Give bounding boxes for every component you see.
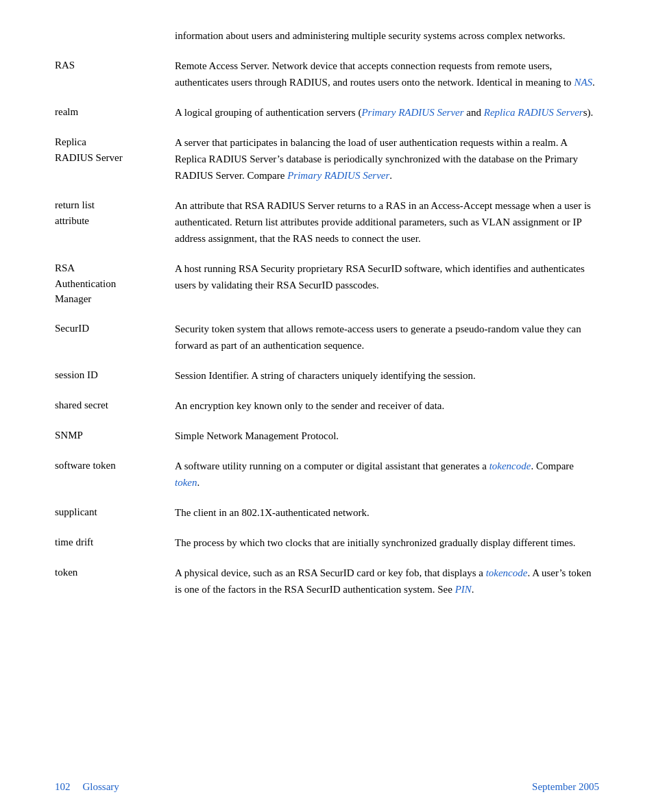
def-rsa-auth-text: A host running RSA Security proprietary … (175, 260, 599, 293)
footer-page-number: 102 (55, 781, 71, 793)
def-session-id-text: Session Identifier. A string of characte… (175, 367, 599, 384)
entry-software-token: software token A software utility runnin… (55, 451, 599, 497)
link-replica-radius-server[interactable]: Replica RADIUS Server (484, 107, 583, 118)
term-rsa-auth-manager: RSAAuthenticationManager (55, 254, 175, 314)
def-securid-text: Security token system that allows remote… (175, 321, 599, 354)
entry-snmp: SNMP Simple Network Management Protocol. (55, 421, 599, 451)
entry-ras: RAS Remote Access Server. Network device… (55, 51, 599, 97)
term-replica-radius-server: ReplicaRADIUS Server (55, 127, 175, 190)
def-supplicant-text: The client in an 802.1X-authenticated ne… (175, 504, 599, 521)
intro-definition: information about users and administerin… (175, 21, 599, 51)
glossary-table: information about users and administerin… (55, 21, 599, 604)
term-software-token: software token (55, 451, 175, 497)
def-token-text: A physical device, such as an RSA SecurI… (175, 565, 599, 598)
link-primary-radius-server-2[interactable]: Primary RADIUS Server (287, 170, 389, 181)
def-time-drift-text: The process by which two clocks that are… (175, 534, 599, 551)
link-tokencode[interactable]: tokencode (489, 460, 531, 471)
link-nas[interactable]: NAS (574, 77, 592, 88)
def-ras-text: Remote Access Server. Network device tha… (175, 58, 599, 90)
link-tokencode-2[interactable]: tokencode (486, 567, 528, 578)
page: information about users and administerin… (0, 0, 654, 812)
def-shared-secret-text: An encryption key known only to the send… (175, 397, 599, 414)
entry-return-list-attribute: return listattribute An attribute that R… (55, 190, 599, 254)
def-token: A physical device, such as an RSA SecurI… (175, 558, 599, 604)
intro-row: information about users and administerin… (55, 21, 599, 51)
def-replica-text: A server that participates in balancing … (175, 134, 599, 184)
term-supplicant: supplicant (55, 497, 175, 528)
footer-section: Glossary (83, 781, 119, 793)
link-primary-radius-server[interactable]: Primary RADIUS Server (361, 107, 463, 118)
entry-supplicant: supplicant The client in an 802.1X-authe… (55, 497, 599, 528)
footer: 102 Glossary September 2005 (55, 781, 599, 793)
term-shared-secret: shared secret (55, 391, 175, 421)
entry-session-id: session ID Session Identifier. A string … (55, 360, 599, 391)
intro-text: information about users and administerin… (175, 27, 599, 44)
entry-realm: realm A logical grouping of authenticati… (55, 97, 599, 127)
entry-securid: SecurID Security token system that allow… (55, 314, 599, 360)
term-session-id: session ID (55, 360, 175, 391)
term-return-list-attribute: return listattribute (55, 190, 175, 254)
term-token: token (55, 558, 175, 604)
def-return-list-text: An attribute that RSA RADIUS Server retu… (175, 197, 599, 247)
def-software-token-text: A software utility running on a computer… (175, 458, 599, 491)
entry-replica-radius-server: ReplicaRADIUS Server A server that parti… (55, 127, 599, 190)
footer-left: 102 Glossary (55, 781, 119, 793)
link-pin[interactable]: PIN (455, 584, 472, 595)
link-token[interactable]: token (175, 477, 197, 488)
term-securid: SecurID (55, 314, 175, 360)
footer-date: September 2005 (532, 781, 599, 793)
def-supplicant: The client in an 802.1X-authenticated ne… (175, 497, 599, 528)
entry-token: token A physical device, such as an RSA … (55, 558, 599, 604)
entry-rsa-auth-manager: RSAAuthenticationManager A host running … (55, 254, 599, 314)
intro-term (55, 21, 175, 51)
def-software-token: A software utility running on a computer… (175, 451, 599, 497)
def-rsa-auth-manager: A host running RSA Security proprietary … (175, 254, 599, 314)
def-session-id: Session Identifier. A string of characte… (175, 360, 599, 391)
term-time-drift: time drift (55, 528, 175, 558)
def-replica-radius-server: A server that participates in balancing … (175, 127, 599, 190)
def-realm-text: A logical grouping of authentication ser… (175, 104, 599, 121)
def-realm: A logical grouping of authentication ser… (175, 97, 599, 127)
def-snmp-text: Simple Network Management Protocol. (175, 428, 599, 444)
def-time-drift: The process by which two clocks that are… (175, 528, 599, 558)
def-securid: Security token system that allows remote… (175, 314, 599, 360)
def-ras: Remote Access Server. Network device tha… (175, 51, 599, 97)
def-snmp: Simple Network Management Protocol. (175, 421, 599, 451)
def-return-list-attribute: An attribute that RSA RADIUS Server retu… (175, 190, 599, 254)
def-shared-secret: An encryption key known only to the send… (175, 391, 599, 421)
term-snmp: SNMP (55, 421, 175, 451)
term-realm: realm (55, 97, 175, 127)
term-ras: RAS (55, 51, 175, 97)
entry-shared-secret: shared secret An encryption key known on… (55, 391, 599, 421)
entry-time-drift: time drift The process by which two cloc… (55, 528, 599, 558)
